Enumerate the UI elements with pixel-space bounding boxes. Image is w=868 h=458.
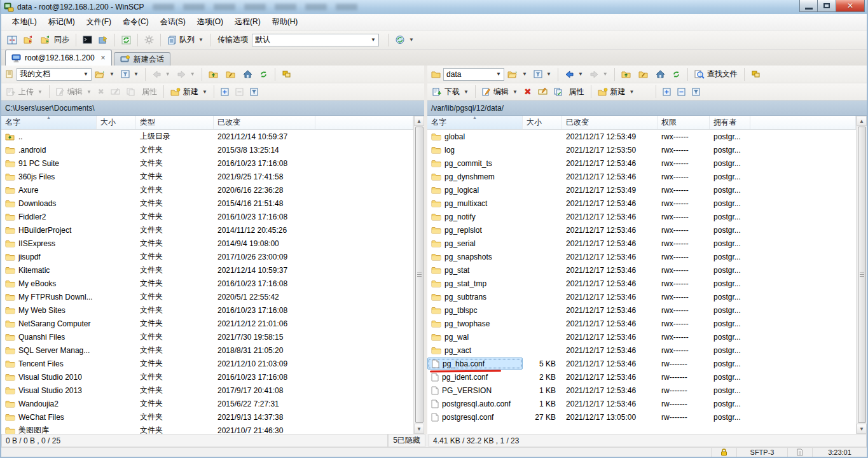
local-file-row[interactable]: My Web Sites文件夹2016/10/23 17:16:08 <box>1 303 413 317</box>
refresh-button[interactable] <box>118 34 134 46</box>
remote-file-row[interactable]: pg_multixact2021/12/17 12:53:46rwx------… <box>427 197 856 210</box>
tab-new-session[interactable]: 新建会话 <box>114 52 170 66</box>
remote-header-rights[interactable]: 权限 <box>658 116 710 129</box>
local-file-row[interactable]: Wandoujia2文件夹2015/6/22 7:27:31 <box>1 397 413 410</box>
remote-scrollbar[interactable]: ▲ ▼ <box>856 116 867 434</box>
local-file-row[interactable]: Fiddler2文件夹2016/10/23 17:16:08 <box>1 210 413 223</box>
local-file-row[interactable]: SQL Server Manag...文件夹2018/8/31 21:05:20 <box>1 344 413 357</box>
local-file-row[interactable]: Tencent Files文件夹2021/12/10 21:03:09 <box>1 357 413 370</box>
remote-file-row[interactable]: pg_subtrans2021/12/17 12:53:46rwx------p… <box>427 290 856 303</box>
remote-rename-icon[interactable] <box>535 86 551 97</box>
local-forward-button[interactable]: ▼ <box>174 69 198 80</box>
scroll-thumb[interactable] <box>415 127 424 423</box>
local-file-row[interactable]: Visual Studio 2010文件夹2016/10/23 17:16:08 <box>1 370 413 384</box>
scroll-down-icon[interactable]: ▼ <box>414 424 424 434</box>
local-delete-icon[interactable]: ✖ <box>95 85 107 98</box>
local-refresh-button[interactable] <box>256 68 272 81</box>
transfer-preset-combo[interactable]: 默认 ▼ <box>252 34 379 46</box>
remote-file-row[interactable]: pg_xact2021/12/17 12:53:46rwx------postg… <box>427 344 856 357</box>
local-file-row[interactable]: 360js Files文件夹2021/9/25 17:41:58 <box>1 170 413 183</box>
local-file-row[interactable]: WeChat Files文件夹2021/9/13 14:37:38 <box>1 410 413 424</box>
menu-remote[interactable]: 远程(R) <box>229 14 266 30</box>
menu-session[interactable]: 会话(S) <box>155 14 191 30</box>
local-home-button[interactable] <box>240 68 256 80</box>
local-copy-session-icon[interactable] <box>279 68 294 80</box>
local-directory-combo[interactable]: 我的文档 ▼ <box>17 68 92 81</box>
local-new-button[interactable]: 新建▼ <box>167 85 210 99</box>
local-parent-directory-button[interactable] <box>205 68 223 80</box>
remote-file-row[interactable]: postgresql.conf27 KB2021/12/17 13:05:00r… <box>427 410 856 424</box>
session-sync-button[interactable]: ▼ <box>392 33 417 46</box>
remote-file-row[interactable]: pg_dynshmem2021/12/17 12:53:46rwx------p… <box>427 170 856 183</box>
remote-home-button[interactable] <box>652 68 668 80</box>
remote-file-row[interactable]: pg_notify2021/12/17 12:53:46rwx------pos… <box>427 210 856 223</box>
remote-copy-session-icon[interactable] <box>748 68 764 80</box>
local-header-changed[interactable]: 已改变 <box>214 116 315 129</box>
remote-file-row[interactable]: pg_stat2021/12/17 12:53:46rwx------postg… <box>427 263 856 277</box>
local-filter-toggle-button[interactable] <box>247 86 261 98</box>
menu-file[interactable]: 文件(F) <box>81 14 117 30</box>
menu-help[interactable]: 帮助(H) <box>266 14 304 30</box>
local-file-row[interactable]: .android文件夹2015/3/8 13:25:14 <box>1 143 413 156</box>
close-button[interactable]: ✕ <box>836 0 865 12</box>
remote-expand-button[interactable] <box>659 86 674 98</box>
remote-back-button[interactable]: ▼ <box>561 69 586 80</box>
local-header-name[interactable]: 名字▲ <box>1 116 97 129</box>
scroll-thumb[interactable] <box>858 127 866 423</box>
local-header-size[interactable]: 大小 <box>97 116 136 129</box>
add-extension-button[interactable] <box>95 34 111 46</box>
remote-file-row[interactable]: pg_stat_tmp2021/12/17 12:53:46rwx------p… <box>427 277 856 290</box>
remote-file-row[interactable]: pg_twophase2021/12/17 12:53:46rwx------p… <box>427 317 856 330</box>
local-file-row[interactable]: My eBooks文件夹2016/10/23 17:16:08 <box>1 277 413 290</box>
local-file-row[interactable]: ..上级目录2021/12/14 10:59:37 <box>1 130 413 143</box>
local-edit-button[interactable]: 编辑▼ <box>53 85 95 99</box>
remote-edit-button[interactable]: 编辑▼ <box>479 85 521 99</box>
remote-file-row[interactable]: PG_VERSION1 KB2021/12/17 12:53:46rw-----… <box>427 384 856 397</box>
tab-close-icon[interactable]: × <box>101 53 106 62</box>
remote-file-row[interactable]: log2021/12/17 12:53:50rwx------postgr... <box>427 143 856 156</box>
local-file-row[interactable]: Axure文件夹2020/6/16 22:36:28 <box>1 183 413 197</box>
remote-file-row[interactable]: postgresql.auto.conf1 KB2021/12/17 12:53… <box>427 397 856 410</box>
local-duplicate-icon[interactable] <box>123 86 139 98</box>
upload-button[interactable]: 上传▼ <box>3 85 46 99</box>
remote-properties-button[interactable]: 属性 <box>566 85 588 99</box>
remote-path-bar[interactable]: /var/lib/pgsql/12/data/ <box>427 101 867 116</box>
local-file-row[interactable]: 91 PC Suite文件夹2016/10/23 17:16:08 <box>1 156 413 170</box>
local-path-bar[interactable]: C:\Users\user\Documents\ <box>1 101 424 116</box>
scroll-up-icon[interactable]: ▲ <box>414 116 424 126</box>
local-file-row[interactable]: HBuilderProject文件夹2014/11/12 20:45:26 <box>1 223 413 237</box>
remote-file-row[interactable]: pg_wal2021/12/17 12:53:46rwx------postgr… <box>427 330 856 344</box>
remote-file-row[interactable]: pg_ident.conf2 KB2021/12/17 12:53:46rw--… <box>427 370 856 384</box>
local-file-row[interactable]: Visual Studio 2013文件夹2017/9/17 20:41:08 <box>1 384 413 397</box>
find-files-button[interactable]: 查找文件 <box>691 67 741 81</box>
remote-header-owner[interactable]: 拥有者 <box>710 116 750 129</box>
remote-open-directory-button[interactable]: ▼ <box>504 68 530 80</box>
remote-file-row[interactable]: pg_commit_ts2021/12/17 12:53:46rwx------… <box>427 156 856 170</box>
local-back-button[interactable]: ▼ <box>149 69 174 80</box>
queue-button[interactable]: 队列 ▼ <box>164 32 207 47</box>
scroll-up-icon[interactable]: ▲ <box>857 116 867 126</box>
local-file-row[interactable]: jisupdf文件夹2017/10/26 23:00:09 <box>1 250 413 263</box>
remote-directory-combo[interactable]: data ▼ <box>443 68 504 81</box>
local-expand-button[interactable] <box>217 86 232 98</box>
local-scrollbar[interactable]: ▲ ▼ <box>413 116 424 434</box>
local-filter-button[interactable]: ▼ <box>118 68 142 80</box>
minimize-button[interactable] <box>799 0 818 12</box>
remote-parent-directory-button[interactable] <box>618 68 635 80</box>
local-file-row[interactable]: NetSarang Computer文件夹2021/12/12 21:01:06 <box>1 317 413 330</box>
preferences-gear-icon[interactable] <box>141 33 157 46</box>
local-rename-icon[interactable] <box>107 86 123 97</box>
scroll-down-icon[interactable]: ▼ <box>857 424 867 434</box>
remote-new-button[interactable]: 新建▼ <box>595 85 638 99</box>
remote-filter-button[interactable]: ▼ <box>530 68 555 80</box>
terminal-button[interactable] <box>79 34 95 46</box>
menu-options[interactable]: 选项(O) <box>191 14 229 30</box>
remote-file-row[interactable]: pg_snapshots2021/12/17 12:53:46rwx------… <box>427 250 856 263</box>
remote-delete-icon[interactable]: ✖ <box>521 85 535 99</box>
menu-command[interactable]: 命令(C) <box>117 14 155 30</box>
local-file-row[interactable]: IISExpress文件夹2014/9/4 19:08:00 <box>1 237 413 250</box>
menu-local[interactable]: 本地(L) <box>6 14 43 30</box>
remote-file-row[interactable]: pg_logical2021/12/17 12:53:49rwx------po… <box>427 183 856 197</box>
remote-header-changed[interactable]: 已改变 <box>562 116 658 129</box>
local-file-row[interactable]: My FTPRush Downl...文件夹2020/5/1 22:55:42 <box>1 290 413 303</box>
